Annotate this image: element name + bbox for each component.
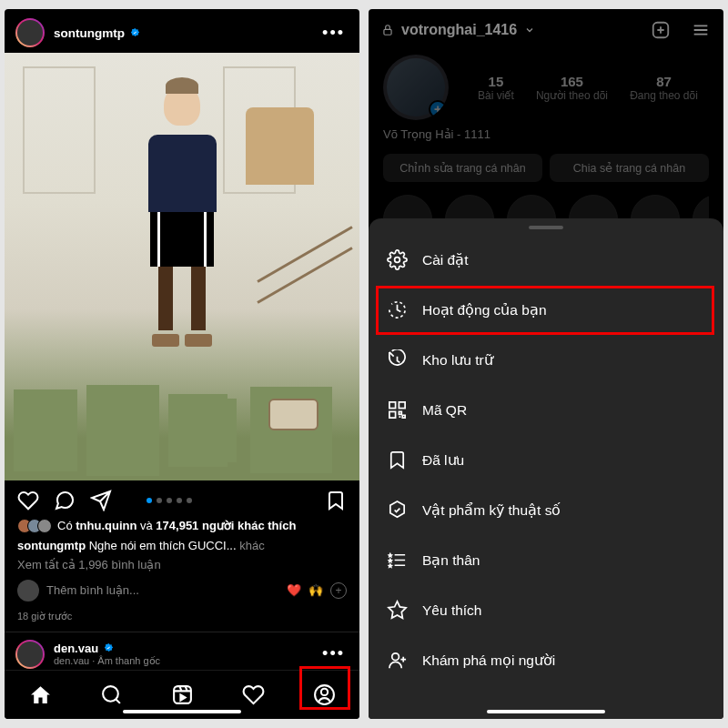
verified-badge-icon [129,27,141,39]
caption-username[interactable]: sontungmtp [17,539,86,552]
profile-header: votronghai_1416 [369,9,723,51]
menu-label: Mã QR [422,402,467,419]
menu-label: Cài đặt [422,252,469,268]
menu-label: Khám phá mọi người [422,652,555,669]
display-name: Võ Trọng Hải - 1111 [383,127,709,141]
my-avatar [17,580,39,602]
more-options-button[interactable]: ••• [322,644,349,663]
bookmark-icon [387,450,408,470]
archive-icon [387,349,408,370]
liked-by-user[interactable]: tnhu.quinn [76,519,136,532]
stat-posts[interactable]: 15 Bài viết [478,74,514,102]
menu-discover-people[interactable]: Khám phá mọi người [369,635,723,685]
share-icon[interactable] [90,490,112,511]
comment-input[interactable]: Thêm bình luận... [46,583,279,597]
menu-label: Kho lưu trữ [422,352,493,369]
author-avatar[interactable] [15,640,45,669]
post-timestamp: 18 giờ trước [5,607,359,632]
comment-icon[interactable] [54,490,76,511]
like-icon[interactable] [17,490,39,511]
menu-close-friends[interactable]: Bạn thân [369,535,723,585]
next-post-header: den.vau den.vau · Âm thanh gốc ••• [5,632,359,669]
stat-following[interactable]: 87 Đang theo dõi [630,74,698,102]
search-icon[interactable] [100,683,123,706]
home-icon[interactable] [29,683,52,706]
likes-count[interactable]: 174,951 người khác thích [156,519,296,532]
author-username[interactable]: den.vau [54,642,98,655]
following-count: 87 [630,74,698,89]
posts-label: Bài viết [478,89,514,102]
posts-count: 15 [478,74,514,89]
followers-count: 165 [536,74,608,89]
profile-menu-screen: votronghai_1416 + 15 Bài viết 165 [369,9,723,719]
caption-more[interactable]: khác [239,539,264,552]
svg-rect-4 [384,29,391,35]
quick-emoji-heart[interactable]: ❤️ [287,583,301,597]
menu-saved[interactable]: Đã lưu [369,435,723,485]
highlight-box [376,286,714,335]
svg-rect-7 [389,402,396,409]
menu-label: Bạn thân [422,552,480,569]
likes-and: và [136,519,156,532]
svg-rect-8 [399,402,405,409]
menu-qr-code[interactable]: Mã QR [369,385,723,435]
svg-rect-1 [174,686,191,703]
qr-icon [387,399,408,420]
author-username[interactable]: sontungmtp [54,26,125,40]
more-emoji-button[interactable]: + [330,582,347,599]
share-profile-button[interactable]: Chia sẻ trang cá nhân [550,154,709,182]
menu-label: Đã lưu [422,452,464,469]
view-comments-link[interactable]: Xem tất cả 1,996 bình luận [17,556,347,574]
likes-prefix: Có [57,519,76,532]
person-plus-icon [387,650,408,671]
post-image[interactable] [5,53,359,480]
followers-label: Người theo dõi [536,89,608,102]
post-header: sontungmtp ••• [5,9,359,53]
svg-rect-9 [389,411,396,418]
home-indicator [123,710,241,713]
home-indicator [487,710,605,713]
create-post-icon[interactable] [651,20,671,40]
reels-icon[interactable] [171,683,194,706]
verified-badge-icon [103,642,115,654]
menu-label: Yêu thích [422,602,482,619]
chevron-down-icon[interactable] [524,25,535,35]
profile-avatar[interactable]: + [383,55,449,120]
more-options-button[interactable]: ••• [322,24,349,43]
lock-icon [381,24,394,36]
post-actions [5,480,359,517]
profile-username[interactable]: votronghai_1416 [401,22,517,38]
highlight-box [299,666,350,710]
audio-label[interactable]: den.vau · Âm thanh gốc [54,655,160,667]
add-story-badge[interactable]: + [429,100,447,118]
menu-favorites[interactable]: Yêu thích [369,585,723,635]
caption-text: Nghe nói em thích GUCCI... [86,539,239,552]
add-comment-row: Thêm bình luận... ❤️ 🙌 + [5,574,359,607]
quick-emoji-hands[interactable]: 🙌 [308,583,323,597]
following-label: Đang theo dõi [630,89,698,102]
save-icon[interactable] [325,490,347,511]
menu-digital-collectibles[interactable]: Vật phẩm kỹ thuật số [369,485,723,535]
menu-archive[interactable]: Kho lưu trữ [369,335,723,385]
menu-settings[interactable]: Cài đặt [369,235,723,285]
list-star-icon [387,550,408,571]
hexagon-check-icon [387,500,408,521]
feed-screen: sontungmtp ••• [5,9,359,719]
edit-profile-button[interactable]: Chỉnh sửa trang cá nhân [383,154,542,182]
gear-icon [387,249,408,270]
activity-heart-icon[interactable] [242,683,265,706]
hamburger-menu-icon[interactable] [691,20,711,40]
svg-point-10 [392,653,399,661]
svg-point-6 [395,258,400,263]
sheet-grabber[interactable] [529,226,563,229]
stat-followers[interactable]: 165 Người theo dõi [536,74,608,102]
likes-row[interactable]: Có tnhu.quinn và 174,951 người khác thíc… [17,517,347,535]
svg-point-0 [103,686,118,702]
star-icon [387,600,408,621]
carousel-dots [126,498,211,503]
post-caption: sontungmtp Nghe nói em thích GUCCI... kh… [17,537,347,555]
menu-label: Vật phẩm kỹ thuật số [422,502,561,519]
author-avatar[interactable] [15,18,45,47]
